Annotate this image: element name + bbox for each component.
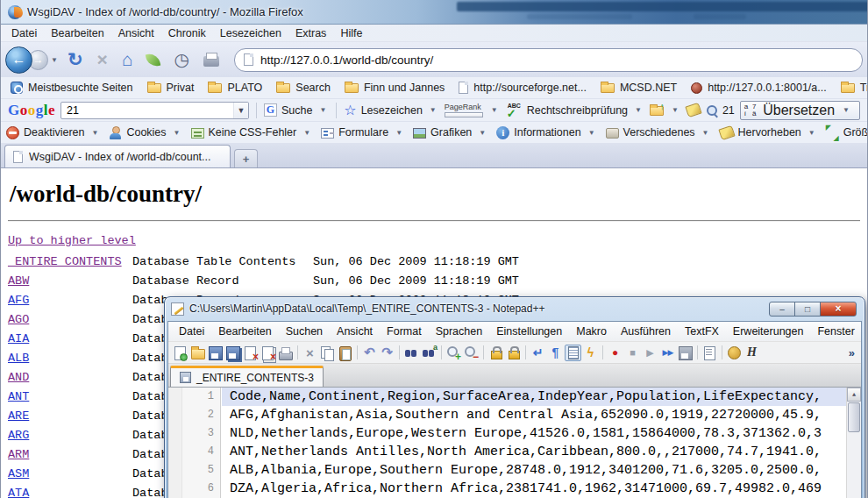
dir-link-entire-contents[interactable]: _ENTIRE_CONTENTS <box>8 253 132 272</box>
bookmark-tree-samples[interactable]: Tree Samples <box>835 80 867 96</box>
notepadpp-editor[interactable]: 123456 Code,Name,Continent,Region,Surfac… <box>168 388 861 498</box>
npp-menu-erweiterungen[interactable]: Erweiterungen <box>726 324 811 339</box>
redo-icon[interactable] <box>379 345 395 361</box>
dir-link-aia[interactable]: AIA <box>8 330 132 349</box>
webdev-gr-e[interactable]: Größe▼ <box>826 126 867 139</box>
chevron-down-icon[interactable]: ▼ <box>91 129 98 137</box>
editor-scrollbar[interactable]: ▲ <box>846 388 861 498</box>
stop-button[interactable]: × <box>97 49 108 70</box>
undo-icon[interactable] <box>361 345 378 361</box>
dir-link-asm[interactable]: ASM <box>8 465 132 484</box>
npp-menu-suchen[interactable]: Suchen <box>279 324 330 339</box>
cut-icon[interactable] <box>302 345 318 361</box>
dir-link-are[interactable]: ARE <box>8 407 132 426</box>
menu-bearbeiten[interactable]: Bearbeiten <box>44 26 110 40</box>
spellcheck-button[interactable]: ABC ✓ Rechtschreibprüfung ▼ <box>506 103 644 117</box>
print-button[interactable] <box>203 56 219 67</box>
menu-ansicht[interactable]: Ansicht <box>111 26 161 40</box>
dir-link-and[interactable]: AND <box>8 368 132 388</box>
minimize-button[interactable]: – <box>769 302 795 317</box>
word-find-counter[interactable]: 21 <box>706 104 735 117</box>
webdev-cookies[interactable]: Cookies▼ <box>109 126 182 139</box>
chevron-down-icon[interactable]: ▼ <box>174 129 181 137</box>
bookmark-search[interactable]: Search <box>270 80 337 96</box>
npp-menu-ansicht[interactable]: Ansicht <box>330 324 380 339</box>
npp-menu-format[interactable]: Format <box>380 324 429 339</box>
bookmark-meistbesuchte-seiten[interactable]: Meistbesuchte Seiten <box>4 80 139 96</box>
bookmark-http-127-0-0-1-8001-a[interactable]: http://127.0.0.1:8001/a... <box>685 80 833 96</box>
highlighter-icon[interactable] <box>685 103 701 117</box>
open-icon[interactable] <box>189 345 206 361</box>
chevron-down-icon[interactable]: ▼ <box>588 129 595 137</box>
dir-link-afg[interactable]: AFG <box>8 291 132 310</box>
save-all-icon[interactable] <box>224 345 241 361</box>
chevron-down-icon[interactable]: ▼ <box>303 129 310 137</box>
editor-line[interactable]: Code,Name,Continent,Region,SurfaceArea,I… <box>222 388 846 406</box>
copy-icon[interactable] <box>319 345 336 361</box>
chevron-down-icon[interactable]: ▼ <box>843 106 850 114</box>
menu-hilfe[interactable]: Hilfe <box>333 26 369 40</box>
stop-macro-icon[interactable] <box>624 345 641 361</box>
close-icon[interactable] <box>242 345 259 361</box>
reload-button[interactable]: ↻ <box>68 49 83 70</box>
webdev-keine-css-fehler[interactable]: Keine CSS-Fehler▼ <box>191 126 314 139</box>
doc-map-icon[interactable] <box>701 345 718 361</box>
view-browser-icon[interactable] <box>726 345 743 361</box>
function-complete-icon[interactable] <box>582 345 599 361</box>
dir-link-ant[interactable]: ANT <box>8 388 132 407</box>
bookmark-http-sourceforge-net[interactable]: http://sourceforge.net... <box>452 80 593 96</box>
translate-button[interactable]: a í 7 ä Übersetzen ▼ <box>740 101 860 120</box>
npp-menu-textfx[interactable]: TextFX <box>678 324 726 339</box>
close-button[interactable]: × <box>820 302 857 317</box>
npp-menu-bearbeiten[interactable]: Bearbeiten <box>211 324 278 339</box>
bookmark-plato[interactable]: PLATO <box>202 80 268 96</box>
document-tab[interactable]: _ENTIRE_CONTENTS-3 <box>170 366 324 387</box>
npp-menu-datei[interactable]: Datei <box>172 324 211 339</box>
editor-line[interactable]: NLD,Netherlands,Europe,Western Europe,41… <box>222 424 846 443</box>
sync-h-icon[interactable] <box>505 345 522 361</box>
webdev-informationen[interactable]: Informationen▼ <box>496 126 597 139</box>
history-clock-icon[interactable]: ◷ <box>174 49 189 70</box>
webdev-verschiedenes[interactable]: Verschiedenes▼ <box>606 126 712 139</box>
zoom-out-icon[interactable] <box>463 345 480 361</box>
editor-line[interactable]: ANT,Netherlands Antilles,North America,C… <box>222 443 846 461</box>
toolbar-overflow-icon[interactable]: » <box>849 346 857 359</box>
chevron-down-icon[interactable]: ▼ <box>702 129 709 137</box>
tab-wsgidav[interactable]: WsgiDAV - Index of /world-db/count... <box>4 145 231 167</box>
new-tab-button[interactable]: + <box>234 149 258 167</box>
dir-link-arm[interactable]: ARM <box>8 445 132 465</box>
leaf-addon-icon[interactable] <box>146 52 160 67</box>
search-dropdown-icon[interactable]: ▼ <box>233 103 248 118</box>
chevron-down-icon[interactable]: ▼ <box>491 106 498 114</box>
google-search-input[interactable] <box>61 104 233 117</box>
word-wrap-icon[interactable] <box>530 345 546 361</box>
npp-menu-ausf-hren[interactable]: Ausführen <box>614 324 678 339</box>
notepadpp-titlebar[interactable]: C:\Users\Martin\AppData\Local\Temp\_ENTI… <box>164 296 865 321</box>
dir-link-alb[interactable]: ALB <box>8 349 132 368</box>
bookmark-privat[interactable]: Privat <box>141 80 201 96</box>
url-bar[interactable] <box>234 48 863 72</box>
find-icon[interactable] <box>403 345 420 361</box>
replace-icon[interactable] <box>421 345 438 361</box>
dir-link-arg[interactable]: ARG <box>8 426 132 445</box>
scroll-up-button[interactable]: ▲ <box>847 388 861 402</box>
editor-lines[interactable]: Code,Name,Continent,Region,SurfaceArea,I… <box>222 388 846 498</box>
record-macro-icon[interactable] <box>607 345 623 361</box>
indent-guide-icon[interactable] <box>565 345 581 361</box>
url-input[interactable] <box>260 53 853 67</box>
scrollbar-thumb[interactable] <box>848 402 860 432</box>
npp-menu-sprachen[interactable]: Sprachen <box>429 324 490 339</box>
menu-lesezeichen[interactable]: Lesezeichen <box>213 26 288 40</box>
print-icon[interactable] <box>277 345 294 361</box>
webdev-hervorheben[interactable]: Hervorheben▼ <box>720 126 818 139</box>
webdev-grafiken[interactable]: Grafiken▼ <box>413 126 488 139</box>
dir-link-abw[interactable]: ABW <box>8 272 132 291</box>
autofill-button[interactable]: ▼ <box>650 104 681 116</box>
editor-line[interactable]: ALB,Albania,Europe,Southern Europe,28748… <box>222 461 846 480</box>
npp-menu-makro[interactable]: Makro <box>569 324 614 339</box>
google-bookmarks-button[interactable]: ☆ Lesezeichen ▼ <box>344 102 438 118</box>
editor-line[interactable]: AFG,Afghanistan,Asia,Southern and Centra… <box>222 406 846 424</box>
webdev-formulare[interactable]: Formulare▼ <box>321 126 405 139</box>
run-multiple-icon[interactable] <box>659 345 676 361</box>
new-file-icon[interactable] <box>172 345 189 361</box>
